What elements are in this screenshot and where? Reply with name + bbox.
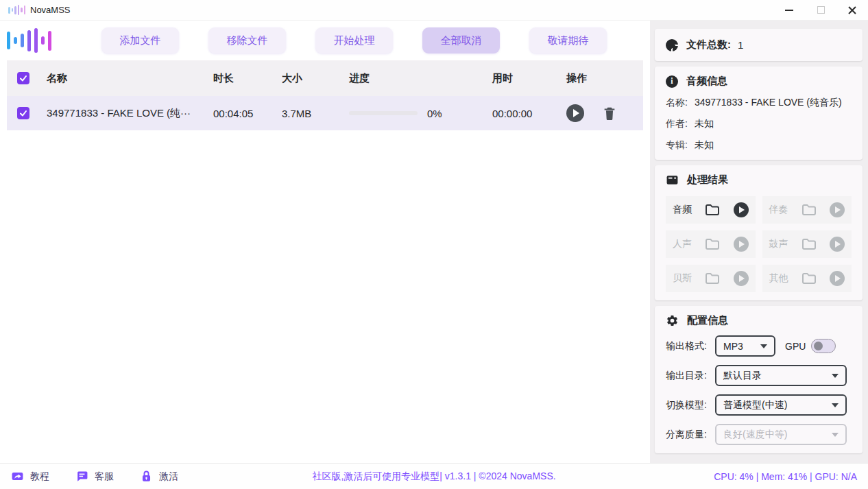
result-drums-folder-icon xyxy=(801,236,817,252)
audio-name-label: 名称: xyxy=(666,97,688,109)
header-size: 大小 xyxy=(276,72,343,85)
activate-link[interactable]: 激活 xyxy=(140,470,178,483)
footer-links: 教程 客服 激活 xyxy=(11,470,178,483)
output-dir-select[interactable]: 默认目录 xyxy=(715,365,847,386)
row-actions-cell xyxy=(561,104,643,122)
audio-album-value: 未知 xyxy=(695,139,714,152)
audio-info-title: 音频信息 xyxy=(686,75,727,88)
result-bass-label: 贝斯 xyxy=(673,272,703,285)
main-panel: 添加文件 移除文件 开始处理 全部取消 敬请期待 名称 时长 大小 进度 用时 … xyxy=(0,21,650,463)
close-button[interactable] xyxy=(836,0,868,20)
total-files-value: 1 xyxy=(738,39,743,51)
quality-value: 良好(速度中等) xyxy=(723,429,787,441)
share-arrow-icon xyxy=(11,470,24,483)
result-accompaniment-play-button xyxy=(830,202,845,217)
total-files-label: 文件总数: xyxy=(686,38,731,51)
status-bar: 教程 客服 激活 社区版,激活后可使用专业模型| v1.3.1 | ©2024 … xyxy=(0,463,868,489)
start-processing-button[interactable]: 开始处理 xyxy=(315,27,393,53)
gpu-wrap: GPU xyxy=(785,339,836,353)
row-duration: 00:04:05 xyxy=(208,108,276,119)
audio-info-title-row: i 音频信息 xyxy=(666,75,852,88)
result-vocals-label: 人声 xyxy=(673,238,703,250)
chat-bubble-icon xyxy=(75,470,88,483)
output-format-row: 输出格式: MP3 GPU xyxy=(666,335,852,357)
row-play-button[interactable] xyxy=(566,104,584,122)
header-name: 名称 xyxy=(40,72,208,85)
model-select[interactable]: 普通模型(中速) xyxy=(715,394,847,416)
window-content: 添加文件 移除文件 开始处理 全部取消 敬请期待 名称 时长 大小 进度 用时 … xyxy=(0,21,868,463)
maximize-icon xyxy=(817,6,825,14)
header-duration: 时长 xyxy=(208,72,276,85)
remove-file-button[interactable]: 移除文件 xyxy=(208,27,286,53)
quality-select: 良好(速度中等) xyxy=(715,424,847,445)
result-audio-play-button[interactable] xyxy=(734,202,749,217)
config-title: 配置信息 xyxy=(687,314,728,327)
quality-label: 分离质量: xyxy=(666,429,715,441)
support-label: 客服 xyxy=(95,470,114,483)
card-list-icon xyxy=(666,174,679,187)
tutorial-label: 教程 xyxy=(30,470,49,483)
result-audio-folder-icon[interactable] xyxy=(704,202,721,218)
audio-artist-field: 作者: 未知 xyxy=(666,118,852,130)
waveform-logo-icon xyxy=(7,25,51,56)
edition-version-text: 社区版,激活后可使用专业模型| v1.3.1 | ©2024 NovaMSS. xyxy=(312,470,555,483)
gpu-toggle[interactable] xyxy=(811,339,836,353)
model-row: 切换模型: 普通模型(中速) xyxy=(666,394,852,416)
output-format-select[interactable]: MP3 xyxy=(715,335,775,357)
audio-album-label: 专辑: xyxy=(666,139,688,152)
quality-row: 分离质量: 良好(速度中等) xyxy=(666,424,852,445)
info-icon: i xyxy=(666,75,678,88)
result-other-play-button xyxy=(830,271,845,286)
row-size: 3.7MB xyxy=(276,108,343,119)
audio-artist-label: 作者: xyxy=(666,118,688,130)
progress-bar xyxy=(349,111,418,115)
app-title: NovaMSS xyxy=(30,5,71,15)
file-table: 名称 时长 大小 进度 用时 操作 349771833 - FAKE LOVE … xyxy=(7,60,643,463)
maximize-button[interactable] xyxy=(805,0,836,20)
audio-name-field: 名称: 349771833 - FAKE LOVE (纯音乐) xyxy=(666,97,852,109)
config-card: 配置信息 输出格式: MP3 GPU 输出目录: 默认目录 xyxy=(655,306,863,453)
gpu-label: GPU xyxy=(785,341,806,352)
add-file-button[interactable]: 添加文件 xyxy=(101,27,179,53)
chevron-down-icon xyxy=(832,403,839,407)
minimize-button[interactable] xyxy=(773,0,805,20)
results-title-row: 处理结果 xyxy=(666,174,852,187)
audio-info-card: i 音频信息 名称: 349771833 - FAKE LOVE (纯音乐) 作… xyxy=(655,67,863,160)
output-dir-value: 默认目录 xyxy=(723,370,762,382)
header-actions: 操作 xyxy=(561,72,643,85)
result-other-folder-icon xyxy=(801,270,817,287)
result-accompaniment-folder-icon xyxy=(801,202,817,218)
tutorial-link[interactable]: 教程 xyxy=(11,470,49,483)
result-audio: 音频 xyxy=(666,196,756,224)
app-logo-icon xyxy=(8,5,25,16)
select-all-checkbox[interactable] xyxy=(17,72,29,84)
result-drums-label: 鼓声 xyxy=(769,238,799,250)
cancel-all-button[interactable]: 全部取消 xyxy=(422,27,500,53)
row-delete-button[interactable] xyxy=(602,106,617,121)
gear-icon xyxy=(666,314,679,327)
result-audio-label: 音频 xyxy=(673,204,703,216)
chevron-down-icon xyxy=(832,374,839,378)
output-format-value: MP3 xyxy=(723,341,743,352)
results-card: 处理结果 音频 伴奏 人声 鼓声 xyxy=(655,165,863,300)
system-stats-text: CPU: 4% | Mem: 41% | GPU: N/A xyxy=(714,471,857,482)
coming-soon-button[interactable]: 敬请期待 xyxy=(529,27,607,53)
support-link[interactable]: 客服 xyxy=(75,470,114,483)
pie-chart-icon xyxy=(666,39,678,51)
table-row[interactable]: 349771833 - FAKE LOVE (纯··· 00:04:05 3.7… xyxy=(7,96,643,130)
title-bar: NovaMSS xyxy=(0,0,868,21)
minimize-icon xyxy=(785,10,793,11)
audio-name-value: 349771833 - FAKE LOVE (纯音乐) xyxy=(695,97,842,109)
result-bass: 贝斯 xyxy=(666,265,756,292)
row-checkbox[interactable] xyxy=(17,107,29,119)
model-value: 普通模型(中速) xyxy=(723,399,787,412)
toolbar-buttons: 添加文件 移除文件 开始处理 全部取消 敬请期待 xyxy=(72,27,643,53)
output-format-label: 输出格式: xyxy=(666,340,715,353)
gpu-toggle-knob xyxy=(814,342,823,350)
progress-label: 0% xyxy=(427,108,442,119)
header-elapsed: 用时 xyxy=(485,72,561,85)
result-other-label: 其他 xyxy=(769,272,799,285)
config-title-row: 配置信息 xyxy=(666,314,852,327)
chevron-down-icon xyxy=(760,344,767,348)
result-bass-play-button xyxy=(734,271,749,286)
